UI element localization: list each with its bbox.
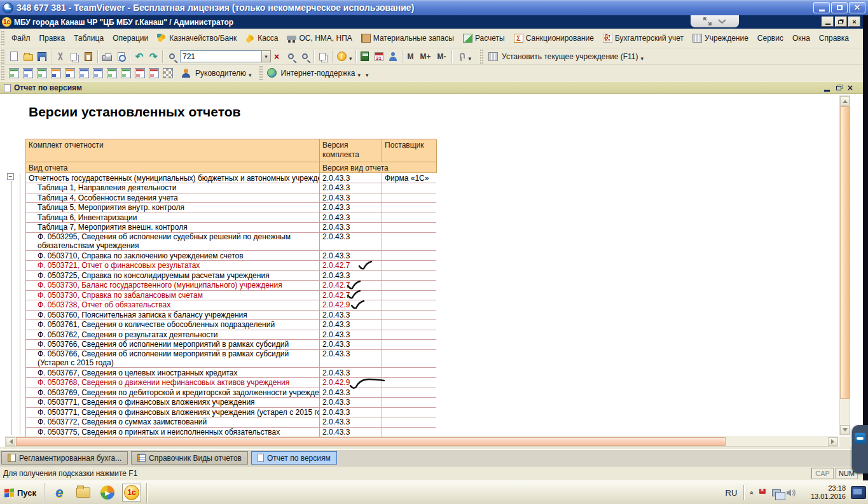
paste-button[interactable]: [81, 50, 95, 64]
teamviewer-side-panel-tab[interactable]: [852, 425, 868, 473]
manager-icon[interactable]: [179, 66, 193, 80]
new-document-button[interactable]: [7, 50, 21, 64]
doc-in-report-button[interactable]: [105, 66, 119, 80]
close-button[interactable]: ✕: [849, 2, 865, 13]
toolbar-grip[interactable]: [480, 50, 484, 64]
table-row[interactable]: Ф. 0503760, Пояснительная записка к бала…: [26, 310, 436, 320]
supplier-cell[interactable]: [382, 232, 436, 251]
table-row[interactable]: Ф. 0503761, Сведения о количестве обособ…: [26, 320, 436, 330]
trial-balance-button[interactable]: [7, 66, 21, 80]
supplier-cell[interactable]: [382, 183, 436, 193]
supplier-cell[interactable]: [382, 193, 436, 203]
language-indicator[interactable]: RU: [719, 485, 745, 500]
manager-dropdown-arrow[interactable]: ▾: [249, 72, 252, 78]
table-row[interactable]: Ф. 0503767, Сведения о целевых иностранн…: [26, 368, 436, 378]
institution-icon[interactable]: [486, 50, 500, 64]
report-version-cell[interactable]: 2.0.42.7: [320, 261, 382, 271]
teamviewer-session-tab[interactable]: [691, 15, 739, 27]
menu-item-settlements[interactable]: Расчеты: [458, 32, 509, 45]
toolbar-grip[interactable]: [1, 31, 5, 45]
report-version-cell[interactable]: 2.0.43.3: [320, 320, 382, 330]
manager-reports-button[interactable]: Руководителю: [195, 69, 246, 78]
menu-item-os-nma-npa[interactable]: ОС, НМА, НПА: [282, 32, 356, 45]
table-row[interactable]: Ф. 0503725, Справка по консолидируемым р…: [26, 270, 436, 281]
supplier-cell[interactable]: [382, 251, 436, 261]
print-preview-button[interactable]: [114, 50, 128, 64]
report-name-cell[interactable]: Таблица 6, Инвентаризации: [26, 213, 320, 223]
copy-documents-button[interactable]: [316, 50, 330, 64]
table-row[interactable]: Ф. 0503766, Сведения об исполнении мероп…: [26, 349, 436, 368]
menu-item-accounting[interactable]: Бухгалтерский учет: [598, 32, 688, 45]
service-dropdown-arrow[interactable]: ▾: [469, 55, 472, 62]
report-name-cell[interactable]: Отчетность государственных (муниципальны…: [26, 173, 320, 183]
checker-sheet-button[interactable]: [161, 66, 175, 80]
network-icon[interactable]: [772, 489, 781, 496]
table-row[interactable]: Таблица 4, Особенности ведения учета2.0.…: [26, 193, 436, 203]
chess-sheet-button[interactable]: [21, 66, 35, 80]
report-version-cell[interactable]: 2.0.43.3: [320, 173, 382, 183]
scroll-left-button[interactable]: [6, 437, 15, 446]
report-version-cell[interactable]: 2.0.43.3: [320, 407, 382, 417]
table-row[interactable]: Ф. 0503738, Отчет об обязательствах2.0.4…: [26, 300, 436, 311]
search-dropdown-button[interactable]: ▾: [261, 50, 271, 62]
table-row[interactable]: Ф. 0503772, Сведения о суммах заимствова…: [26, 417, 436, 428]
table-row[interactable]: Ф. 0503762, Сведения о результатах деяте…: [26, 330, 436, 340]
report-name-cell[interactable]: Ф. 0503766, Сведения об исполнении мероп…: [26, 349, 320, 368]
window-tab-versions-report[interactable]: Отчет по версиям: [251, 451, 337, 465]
report-name-cell[interactable]: Ф. 0503760, Пояснительная записка к бала…: [26, 310, 320, 320]
report-version-cell[interactable]: 2.0.43.3: [320, 310, 382, 320]
toolbar-grip[interactable]: [1, 66, 5, 80]
table-row[interactable]: Ф. 0503730, Баланс государственного (мун…: [26, 281, 436, 291]
report-name-cell[interactable]: Ф. 0503725, Справка по консолидируемым р…: [26, 270, 320, 281]
media-player-icon[interactable]: ▶: [98, 484, 117, 501]
menu-item-sanctioning[interactable]: Санкционирование: [509, 32, 598, 45]
calendar-button[interactable]: [372, 50, 386, 64]
menu-item-table[interactable]: Таблица: [69, 32, 108, 45]
supplier-cell[interactable]: [382, 349, 436, 368]
supplier-cell[interactable]: [382, 261, 436, 271]
doc-close-button[interactable]: ×: [848, 84, 853, 92]
app-close-button[interactable]: ×: [848, 17, 860, 27]
menu-item-service[interactable]: Сервис: [753, 32, 788, 45]
show-desktop-icon[interactable]: [851, 486, 866, 499]
report-name-cell[interactable]: Ф. 0503738, Отчет об обязательствах: [26, 300, 320, 311]
report-name-cell[interactable]: Ф. 0503766, Сведения об исполнении мероп…: [26, 340, 320, 350]
scroll-up-button[interactable]: [840, 96, 850, 106]
supplier-cell[interactable]: [382, 330, 436, 340]
report-name-cell[interactable]: Ф. 0503772, Сведения о суммах заимствова…: [26, 417, 320, 428]
doc-restore-button[interactable]: [836, 86, 841, 90]
menu-item-windows[interactable]: Окна: [788, 32, 815, 45]
menu-item-help[interactable]: Справка: [815, 32, 853, 45]
report-version-cell[interactable]: 2.0.42.9: [320, 300, 382, 311]
supplier-cell[interactable]: [382, 368, 436, 378]
maximize-button[interactable]: [831, 2, 848, 13]
volume-icon[interactable]: [786, 489, 796, 497]
memory-m-minus-button[interactable]: M-: [434, 52, 450, 61]
supplier-cell[interactable]: [382, 281, 436, 291]
table-row[interactable]: Ф. 0503721, Отчет о финансовых результат…: [26, 261, 436, 271]
account-turnover-button[interactable]: [35, 66, 49, 80]
table-row[interactable]: Таблица 6, Инвентаризации2.0.43.3: [26, 213, 436, 223]
search-icon[interactable]: [165, 50, 179, 64]
account-card-button[interactable]: [77, 66, 91, 80]
supplier-cell[interactable]: [382, 417, 436, 428]
report-name-cell[interactable]: Таблица 4, Особенности ведения учета: [26, 193, 320, 203]
report-name-cell[interactable]: Ф. 0503769, Сведения по дебиторской и кр…: [26, 388, 320, 398]
print-button[interactable]: [100, 50, 114, 64]
report-name-cell[interactable]: Ф. 0503762, Сведения о результатах деяте…: [26, 330, 320, 340]
undo-button[interactable]: ↶: [132, 50, 146, 64]
report-version-cell[interactable]: 2.0.43.3: [320, 183, 382, 193]
search-input[interactable]: [180, 50, 261, 62]
table-row[interactable]: Ф. 0503295, Сведения об исполнении судеб…: [26, 232, 436, 251]
info-dropdown-arrow[interactable]: ▾: [349, 55, 352, 62]
scroll-down-button[interactable]: [840, 425, 850, 435]
clear-search-button[interactable]: ×: [271, 52, 282, 62]
postings-report-button[interactable]: [147, 66, 161, 80]
memory-m-plus-button[interactable]: M+: [417, 52, 434, 61]
report-version-cell[interactable]: 2.0.43.3: [320, 193, 382, 203]
report-version-cell[interactable]: 2.0.43.3: [320, 417, 382, 428]
internet-support-arrow[interactable]: ▾: [357, 72, 361, 78]
supplier-cell[interactable]: [382, 388, 436, 398]
supplier-cell[interactable]: [382, 223, 436, 233]
open-document-button[interactable]: [21, 50, 35, 64]
